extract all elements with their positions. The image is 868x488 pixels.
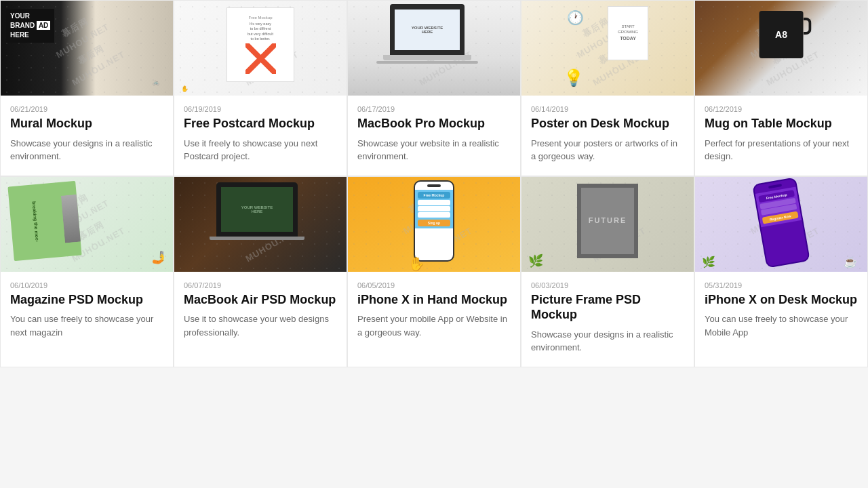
card-description: Showcase your website in a realistic env… <box>357 137 511 163</box>
card-date: 06/12/2019 <box>705 105 858 113</box>
card-image-poster-on-desk-mockup: STARTGROWINGTODAY 💡 🕐 慕后网MUHOU.NET慕后网MUH… <box>521 1 694 96</box>
card-image-picture-frame-psd-mockup: FUTURE 🌿 慕后网MUHOU.NET慕后网MUHOU.NET <box>521 177 694 272</box>
card-title: Mural Mockup <box>10 116 163 131</box>
card-body-macbook-air-psd-mockup: 06/07/2019 MacBook Air PSD Mockup Use it… <box>174 272 347 367</box>
card-image-magazine-psd-mockup: breaking the moc- 🤳 慕后网MUHOU.NET慕后网MUHOU… <box>1 177 173 272</box>
card-title: Poster on Desk Mockup <box>531 116 684 131</box>
card-description: Showcase your designs in a realistic env… <box>10 137 163 163</box>
card-description: Showcase your designs in a realistic env… <box>531 328 684 354</box>
card-image-free-postcard-mockup: Free Mockup It's very easyto be diffrent… <box>174 1 347 96</box>
card-description: You can use freely to showcase your Mobi… <box>705 312 858 339</box>
card-description: Use it freely to showcase you next Postc… <box>184 137 337 163</box>
card-title: MacBook Pro Mockup <box>357 116 511 131</box>
card-body-poster-on-desk-mockup: 06/14/2019 Poster on Desk Mockup Present… <box>521 96 694 176</box>
card-image-macbook-pro-mockup: YOUR WEBSITEHERE 慕后网MUHOU.NET慕后网MUHOU.NE… <box>348 1 520 96</box>
card-title: Mug on Table Mockup <box>705 116 858 131</box>
card-macbook-pro-mockup[interactable]: YOUR WEBSITEHERE 慕后网MUHOU.NET慕后网MUHOU.NE… <box>347 0 521 176</box>
card-description: You can use freely to showcase your next… <box>10 312 163 339</box>
card-image-iphone-x-on-desk-mockup: Free Mockup Register Now ☕ 🌿 慕后网MUHOU.NE… <box>695 177 867 272</box>
card-description: Present your posters or artworks of in a… <box>531 137 684 163</box>
card-date: 06/10/2019 <box>10 281 163 289</box>
card-body-iphone-x-on-desk-mockup: 05/31/2019 iPhone X on Desk Mockup You c… <box>695 272 867 367</box>
mockup-grid: YOURBRAND ADHERE 🚲 慕后网MUHOU.NET慕后网MUHOU.… <box>0 0 868 367</box>
card-macbook-air-psd-mockup[interactable]: YOUR WEBSITEHERE 慕后网MUHOU.NET慕后网MUHOU.NE… <box>174 176 347 367</box>
card-iphone-x-on-desk-mockup[interactable]: Free Mockup Register Now ☕ 🌿 慕后网MUHOU.NE… <box>694 176 868 367</box>
card-body-iphone-x-in-hand-mockup: 06/05/2019 iPhone X in Hand Mockup Prese… <box>348 272 520 367</box>
card-free-postcard-mockup[interactable]: Free Mockup It's very easyto be diffrent… <box>174 0 347 176</box>
card-body-macbook-pro-mockup: 06/17/2019 MacBook Pro Mockup Showcase y… <box>348 96 520 176</box>
card-description: Use it to showcase your web designs prof… <box>184 312 337 339</box>
card-description: Perfect for presentations of your next d… <box>705 137 858 163</box>
card-date: 05/31/2019 <box>705 281 858 289</box>
card-title: Picture Frame PSD Mockup <box>531 292 684 323</box>
card-iphone-x-in-hand-mockup[interactable]: Free Mockup Sing up ✋ 慕后网MUHOU.NET慕后网MUH… <box>347 176 521 367</box>
card-date: 06/07/2019 <box>184 281 337 289</box>
card-date: 06/03/2019 <box>531 281 684 289</box>
card-magazine-psd-mockup[interactable]: breaking the moc- 🤳 慕后网MUHOU.NET慕后网MUHOU… <box>0 176 174 367</box>
card-title: MacBook Air PSD Mockup <box>184 292 337 308</box>
card-poster-on-desk-mockup[interactable]: STARTGROWINGTODAY 💡 🕐 慕后网MUHOU.NET慕后网MUH… <box>521 0 694 176</box>
card-image-iphone-x-in-hand-mockup: Free Mockup Sing up ✋ 慕后网MUHOU.NET慕后网MUH… <box>348 177 520 272</box>
card-title: Free Postcard Mockup <box>184 116 337 131</box>
card-mug-on-table-mockup[interactable]: A8 慕后网MUHOU.NET慕后网MUHOU.NET 06/12/2019 M… <box>694 0 868 176</box>
card-body-magazine-psd-mockup: 06/10/2019 Magazine PSD Mockup You can u… <box>1 272 173 367</box>
card-mural-mockup[interactable]: YOURBRAND ADHERE 🚲 慕后网MUHOU.NET慕后网MUHOU.… <box>0 0 174 176</box>
card-title: iPhone X in Hand Mockup <box>357 292 511 308</box>
card-body-mural-mockup: 06/21/2019 Mural Mockup Showcase your de… <box>1 96 173 176</box>
card-date: 06/14/2019 <box>531 105 684 113</box>
card-date: 06/21/2019 <box>10 105 163 113</box>
card-title: Magazine PSD Mockup <box>10 292 163 308</box>
card-body-mug-on-table-mockup: 06/12/2019 Mug on Table Mockup Perfect f… <box>695 96 867 176</box>
card-image-mural-mockup: YOURBRAND ADHERE 🚲 慕后网MUHOU.NET慕后网MUHOU.… <box>1 1 173 96</box>
card-description: Present your mobile App or Website in a … <box>357 312 511 339</box>
card-picture-frame-psd-mockup[interactable]: FUTURE 🌿 慕后网MUHOU.NET慕后网MUHOU.NET 06/03/… <box>521 176 694 367</box>
card-image-mug-on-table-mockup: A8 慕后网MUHOU.NET慕后网MUHOU.NET <box>695 1 867 96</box>
card-date: 06/19/2019 <box>184 105 337 113</box>
card-title: iPhone X on Desk Mockup <box>705 292 858 308</box>
card-body-picture-frame-psd-mockup: 06/03/2019 Picture Frame PSD Mockup Show… <box>521 272 694 367</box>
card-image-macbook-air-psd-mockup: YOUR WEBSITEHERE 慕后网MUHOU.NET慕后网MUHOU.NE… <box>174 177 347 272</box>
card-date: 06/05/2019 <box>357 281 511 289</box>
card-body-free-postcard-mockup: 06/19/2019 Free Postcard Mockup Use it f… <box>174 96 347 176</box>
card-date: 06/17/2019 <box>357 105 511 113</box>
